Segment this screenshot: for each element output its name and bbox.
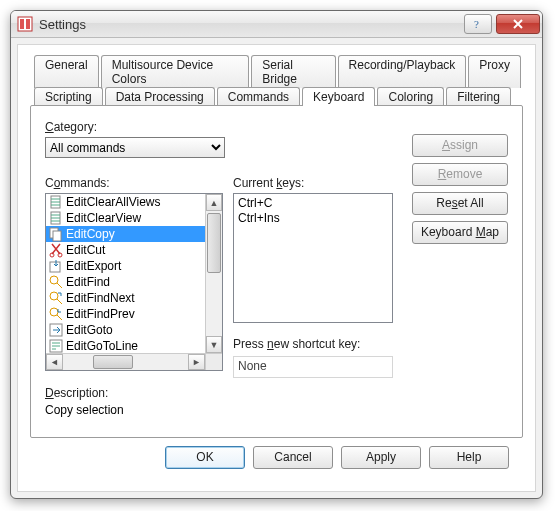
assign-button[interactable]: Assign [412, 134, 508, 157]
tab-multisource-device-colors[interactable]: Multisource Device Colors [101, 55, 250, 88]
svg-rect-7 [53, 231, 61, 241]
description-text: Copy selection [45, 403, 508, 417]
help-titlebar-button[interactable]: ? [464, 14, 492, 34]
titlebar[interactable]: Settings ? [11, 11, 542, 38]
help-icon: ? [472, 18, 484, 30]
scroll-down-arrow[interactable]: ▼ [206, 336, 222, 353]
command-item-editfindprev[interactable]: EditFindPrev [46, 306, 205, 322]
remove-button[interactable]: Remove [412, 163, 508, 186]
shortcut-input[interactable]: None [233, 356, 393, 378]
press-shortcut-label: Press new shortcut key: [233, 337, 393, 351]
help-button[interactable]: Help [429, 446, 509, 469]
doc-icon [48, 210, 64, 226]
description-block: Description: Copy selection [45, 386, 508, 417]
command-item-label: EditFindPrev [66, 307, 135, 321]
hscroll-track[interactable] [63, 354, 188, 370]
app-icon [17, 16, 33, 32]
copy-icon [48, 226, 64, 242]
keyboard-map-button[interactable]: Keyboard Map [412, 221, 508, 244]
tabs-row-1: General Multisource Device Colors Serial… [34, 55, 523, 88]
close-icon [512, 18, 524, 30]
commands-column: Commands: EditClearAllViewsEditClearView… [45, 176, 223, 378]
category-label: Category: [45, 120, 508, 134]
tab-filtering[interactable]: Filtering [446, 87, 511, 106]
command-item-editclearallviews[interactable]: EditClearAllViews [46, 194, 205, 210]
category-combo[interactable]: All commands [45, 137, 225, 158]
command-item-label: EditGoto [66, 323, 113, 337]
cut-icon [48, 242, 64, 258]
command-item-editgotoline[interactable]: EditGoToLine [46, 338, 205, 353]
tab-general[interactable]: General [34, 55, 99, 88]
ok-button[interactable]: OK [165, 446, 245, 469]
svg-point-13 [50, 308, 58, 316]
tab-data-processing[interactable]: Data Processing [105, 87, 215, 106]
find-icon [48, 274, 64, 290]
description-label: Description: [45, 386, 508, 400]
horizontal-scrollbar[interactable]: ◄ ► [46, 353, 205, 370]
command-item-label: EditCopy [66, 227, 115, 241]
current-key-item[interactable]: Ctrl+C [238, 196, 388, 211]
command-item-editfind[interactable]: EditFind [46, 274, 205, 290]
tab-commands[interactable]: Commands [217, 87, 300, 106]
keys-column: Current keys: Ctrl+CCtrl+Ins Press new s… [233, 176, 393, 378]
findprev-icon [48, 306, 64, 322]
command-item-label: EditFindNext [66, 291, 135, 305]
svg-point-12 [50, 292, 58, 300]
svg-rect-1 [20, 19, 24, 29]
doc-icon [48, 194, 64, 210]
current-key-item[interactable]: Ctrl+Ins [238, 211, 388, 226]
command-item-label: EditClearAllViews [66, 195, 160, 209]
commands-list-inner: EditClearAllViewsEditClearViewEditCopyEd… [46, 194, 205, 353]
hscroll-thumb[interactable] [93, 355, 133, 369]
cancel-button[interactable]: Cancel [253, 446, 333, 469]
tab-serial-bridge[interactable]: Serial Bridge [251, 55, 335, 88]
command-item-editcopy[interactable]: EditCopy [46, 226, 205, 242]
scroll-corner [205, 353, 222, 370]
tab-panel: Category: All commands Commands: EditCle… [30, 105, 523, 438]
window-title: Settings [39, 17, 460, 32]
tab-coloring[interactable]: Coloring [377, 87, 444, 106]
svg-text:?: ? [474, 18, 479, 30]
vscroll-thumb[interactable] [207, 213, 221, 273]
command-item-label: EditFind [66, 275, 110, 289]
dialog-footer: OK Cancel Apply Help [30, 438, 523, 481]
svg-point-11 [50, 276, 58, 284]
findnext-icon [48, 290, 64, 306]
scroll-up-arrow[interactable]: ▲ [206, 194, 222, 211]
current-keys-label: Current keys: [233, 176, 393, 190]
scroll-left-arrow[interactable]: ◄ [46, 354, 63, 370]
command-item-editexport[interactable]: EditExport [46, 258, 205, 274]
command-item-editgoto[interactable]: EditGoto [46, 322, 205, 338]
close-button[interactable] [496, 14, 540, 34]
command-item-label: EditClearView [66, 211, 141, 225]
command-item-editfindnext[interactable]: EditFindNext [46, 290, 205, 306]
tab-scripting[interactable]: Scripting [34, 87, 103, 106]
command-item-label: EditGoToLine [66, 339, 138, 353]
tab-proxy[interactable]: Proxy [468, 55, 521, 88]
actions-column: Assign Remove Reset All Keyboard Map [403, 134, 508, 336]
tab-recording-playback[interactable]: Recording/Playback [338, 55, 467, 88]
scroll-right-arrow[interactable]: ► [188, 354, 205, 370]
command-item-editclearview[interactable]: EditClearView [46, 210, 205, 226]
commands-listbox[interactable]: EditClearAllViewsEditClearViewEditCopyEd… [45, 193, 223, 371]
reset-all-button[interactable]: Reset All [412, 192, 508, 215]
tab-keyboard[interactable]: Keyboard [302, 87, 375, 106]
commands-label: Commands: [45, 176, 223, 190]
command-item-editcut[interactable]: EditCut [46, 242, 205, 258]
svg-rect-10 [50, 262, 60, 272]
settings-window: Settings ? General Multisource Device Co… [10, 10, 543, 499]
apply-button[interactable]: Apply [341, 446, 421, 469]
command-item-label: EditExport [66, 259, 121, 273]
svg-rect-2 [26, 19, 30, 29]
command-item-label: EditCut [66, 243, 105, 257]
client-area: General Multisource Device Colors Serial… [17, 44, 536, 492]
current-keys-listbox[interactable]: Ctrl+CCtrl+Ins [233, 193, 393, 323]
vscroll-track[interactable] [206, 211, 222, 336]
export-icon [48, 258, 64, 274]
tabs-row-2: Scripting Data Processing Commands Keybo… [34, 87, 523, 106]
goto-icon [48, 322, 64, 338]
vertical-scrollbar[interactable]: ▲ ▼ [205, 194, 222, 353]
gotoline-icon [48, 338, 64, 353]
